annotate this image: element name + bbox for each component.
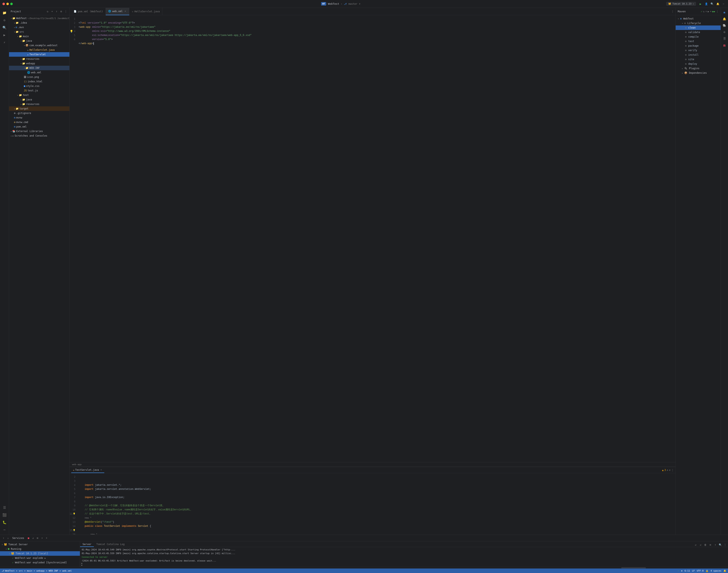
status-lock[interactable]: 🔒 — [706, 570, 709, 572]
maven-package-item[interactable]: ⚙ package — [676, 44, 721, 48]
services-down-icon[interactable]: ↓ — [6, 536, 10, 540]
tree-item-scratches[interactable]: ▸ ✏ Scratches and Consoles — [9, 134, 69, 138]
maven-lifecycle-group[interactable]: ▾ ⚙ Lifecycle — [676, 21, 721, 25]
tomcat-status[interactable]: 🐱 Tomcat 10.1.23 ∨ — [666, 2, 696, 6]
log-clear-icon[interactable]: 🗑 — [704, 543, 708, 547]
right-maven-icon[interactable]: m — [722, 9, 727, 15]
maven-site-item[interactable]: ⚙ site — [676, 57, 721, 62]
log-more-icon[interactable]: ⋮ — [723, 543, 727, 547]
services-filter-icon[interactable]: ⊞ — [36, 536, 40, 540]
maven-deploy-item[interactable]: ⚙ deploy — [676, 62, 721, 66]
maven-verify-item[interactable]: ⚙ verify — [676, 48, 721, 53]
tab-webxml[interactable]: 🌐 web.xml × — [106, 8, 129, 15]
services-up-icon[interactable]: ↑ — [2, 536, 5, 540]
sidebar-add-icon[interactable]: + — [50, 9, 54, 13]
maven-test-item[interactable]: ⚙ test — [676, 39, 721, 44]
maven-refresh-icon[interactable]: ↻ — [703, 10, 705, 13]
status-branch[interactable]: ⎇ WebTest > src > main > webapp > WEB-IN… — [2, 570, 72, 572]
tree-item-test-resources[interactable]: ▸ 📁 resources — [9, 102, 69, 106]
testservlet-close-icon[interactable]: × — [100, 468, 103, 471]
maven-run-icon[interactable]: ▶ — [708, 10, 709, 13]
tree-item-java[interactable]: ▾ 📁 java — [9, 39, 69, 43]
maximize-button[interactable] — [10, 3, 13, 5]
activity-project-icon[interactable]: 📁 — [1, 9, 8, 16]
activity-run-icon[interactable]: ▶ — [1, 32, 8, 38]
log-scroll-down[interactable]: ▼ — [81, 564, 82, 566]
right-settings-icon[interactable]: ⚙ — [722, 29, 727, 35]
maven-webtest-project[interactable]: ▾ m WebTest — [676, 16, 721, 21]
log-hscrollbar[interactable] — [0, 567, 728, 569]
activity-git-icon[interactable]: ⊙ — [1, 17, 8, 23]
log-tab-catalina[interactable]: Tomcat Catalina Log — [94, 542, 127, 547]
warning-collapse-icon[interactable]: ∨ — [669, 469, 671, 472]
tree-item-external-libraries[interactable]: ▸ 📚 External Libraries — [9, 129, 69, 134]
java-code[interactable]: import jakarta.servlet.*; import jakarta… — [77, 473, 675, 535]
svc-item-webtest-deploy[interactable]: ✓ WebTest:war explode ▶ — [0, 556, 80, 560]
log-scroll-icon[interactable]: ⬇ — [713, 543, 717, 547]
activity-services-icon[interactable]: ☰ — [1, 504, 8, 511]
xml-code[interactable]: <?xml version="1.0" encoding="UTF-8"?> <… — [77, 15, 675, 462]
notifications-icon[interactable]: 🔔 — [716, 2, 720, 6]
tree-item-root[interactable]: ▾ 📁 WebTest ~/Desktop/CS/JavaEE/1 JavaWe… — [9, 16, 69, 20]
maven-exec-icon[interactable]: ▶▶ — [712, 10, 715, 13]
sidebar-more-icon[interactable]: ⋮ — [64, 9, 68, 13]
right-notifications-icon[interactable]: 🔔 — [722, 16, 727, 22]
tree-item-resources[interactable]: ▾ 📁 resources — [9, 57, 69, 61]
tree-item-webapp[interactable]: ▾ 📁 webapp — [9, 61, 69, 66]
close-button[interactable] — [2, 3, 5, 5]
maven-add-icon[interactable]: + — [710, 10, 711, 13]
sidebar-sync-icon[interactable]: ↻ — [46, 9, 50, 13]
svc-item-webtest-synced[interactable]: ✓ WebTest:war exploded [Synchronized] — [0, 560, 80, 565]
svc-item-running[interactable]: ▾ Running — [0, 547, 80, 551]
log-restart-icon[interactable]: ↺ — [693, 543, 697, 547]
sidebar-collapse-icon[interactable]: ↑ — [55, 9, 59, 13]
tree-item-mvnwcmd[interactable]: ⚙ mvnw.cmd — [9, 120, 69, 124]
tree-item-mvnw[interactable]: m mvnw — [9, 115, 69, 120]
svc-item-tomcat-server[interactable]: ▾ 🐱 Tomcat Server — [0, 542, 80, 547]
editor-tabs-more[interactable]: ⋮ — [671, 10, 674, 13]
tree-item-helloservlet[interactable]: ☕ HelloServlet.java — [9, 48, 69, 52]
maven-check-icon[interactable]: ✓ — [701, 10, 702, 13]
tree-item-testjs[interactable]: JS test.js — [9, 88, 69, 93]
tab-testservlet[interactable]: ☕ TestServlet.java × — [71, 467, 104, 473]
tree-item-main[interactable]: ▾ 📁 main — [9, 34, 69, 39]
tree-item-test[interactable]: ▾ 📁 test — [9, 93, 69, 97]
tree-item-stylecss[interactable]: ■ style.css — [9, 84, 69, 88]
warning-expand-icon[interactable]: ∧ — [667, 469, 668, 472]
activity-terminal-icon[interactable]: ⬛ — [1, 512, 8, 518]
lightbulb-icon[interactable]: 💡 — [70, 30, 73, 33]
tree-item-iconpng[interactable]: 🖼 icon.png — [9, 75, 69, 79]
maven-plugins-group[interactable]: ▸ 🔌 Plugins — [676, 66, 721, 71]
tree-item-mvn[interactable]: ▸ m .mvn — [9, 25, 69, 30]
right-gradle-icon[interactable]: 🐘 — [722, 22, 727, 28]
tree-item-webinf[interactable]: ▾ 📁 WEB-INF — [9, 66, 69, 70]
tab-pom[interactable]: 📄 pom.xml (WebTest) — [71, 8, 106, 15]
tree-item-gitignore[interactable]: ⚙ .gitignore — [9, 111, 69, 115]
status-encoding[interactable]: UTF-8 — [697, 570, 704, 572]
search-icon[interactable]: 🔍 — [710, 2, 714, 6]
svc-item-tomcat-local[interactable]: ▾ 🐱 Tomcat 10.1.23 [local] — [0, 551, 80, 556]
status-settings[interactable]: ⚙ — [681, 570, 683, 572]
log-filter-icon[interactable]: ⊞ — [708, 543, 712, 547]
activity-search-icon[interactable]: 🔍 — [1, 24, 8, 31]
tree-item-testservlet[interactable]: ☕ TestServlet — [9, 52, 69, 57]
status-notifications[interactable]: 🔔 — [724, 570, 726, 572]
status-indent[interactable]: 4 spaces — [711, 570, 721, 572]
status-line-col[interactable]: 6:11 — [684, 570, 690, 572]
log-tab-server[interactable]: Server — [80, 542, 94, 547]
tree-item-webxml[interactable]: 🌐 web.xml — [9, 70, 69, 75]
tree-item-src[interactable]: ▾ 📁 src — [9, 30, 69, 34]
activity-more-icon[interactable]: ⋯ — [1, 526, 8, 533]
services-stop-icon[interactable]: ■ — [27, 536, 31, 540]
log-scrollbar[interactable]: ▲ ▼ — [80, 562, 83, 567]
maven-more-icon[interactable]: ⋮ — [716, 10, 719, 13]
branch-dropdown-icon[interactable]: ∨ — [359, 2, 360, 5]
more-icon[interactable]: ⋯ — [721, 2, 726, 6]
sidebar-settings-icon[interactable]: ⚙ — [59, 9, 63, 13]
services-add-icon[interactable]: + — [45, 536, 48, 540]
status-lf[interactable]: LF — [692, 570, 695, 572]
activity-debug-icon[interactable]: 🐛 — [1, 519, 8, 526]
activity-plugins-icon[interactable]: ⚡ — [1, 39, 8, 46]
tree-item-pomxml[interactable]: m pom.xml — [9, 124, 69, 129]
log-search-icon[interactable]: 🔍 — [718, 543, 722, 547]
